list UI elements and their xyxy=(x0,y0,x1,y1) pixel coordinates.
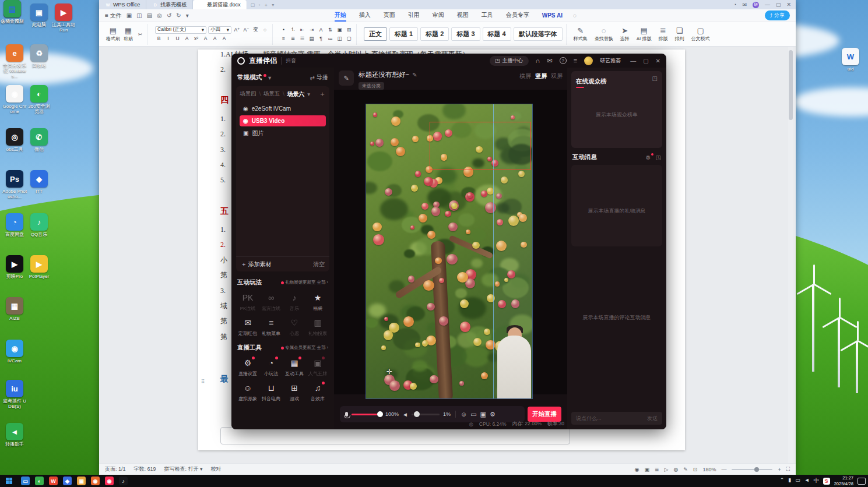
desktop-icon[interactable]: ◉ iVCam xyxy=(2,340,27,364)
send-button[interactable]: 发送 xyxy=(647,415,658,422)
document-tab[interactable]: D 找靠壳模板 xyxy=(146,0,193,9)
font-size-select[interactable]: 小四▾ xyxy=(208,26,231,34)
play-all-link[interactable]: 全部 › xyxy=(317,280,328,285)
paragraph-button[interactable]: • xyxy=(280,26,287,34)
tray-icon[interactable]: ▭ xyxy=(795,477,800,485)
play-item[interactable]: ♡ 心愿 xyxy=(283,317,306,337)
style-preset[interactable]: 标题 3 xyxy=(451,27,480,41)
speaker-icon[interactable]: ◄ xyxy=(402,411,408,418)
minimize-button[interactable]: — xyxy=(765,2,770,8)
play-item[interactable]: ≡ 礼物菜单 xyxy=(259,317,283,337)
quick-tool-icon[interactable]: ▤ xyxy=(147,12,152,19)
font-format-button[interactable]: A xyxy=(211,35,219,43)
view-mode-option[interactable]: 竖屏 xyxy=(535,72,547,80)
play-item[interactable]: PK PK连线 xyxy=(236,292,259,312)
font-tool-button[interactable]: A⁺ xyxy=(233,26,241,34)
play-item[interactable]: ★ 福袋 xyxy=(306,292,329,312)
view-mode-icon[interactable]: ≣ xyxy=(655,467,659,472)
source-item[interactable]: ▣ 图片 xyxy=(240,128,326,139)
desktop-icon[interactable]: ♻ 回收站 xyxy=(27,44,51,68)
desktop-icon[interactable]: ▣ 此电脑 xyxy=(27,3,51,27)
preview-canvas[interactable]: ✛ xyxy=(334,90,567,394)
scene-tab[interactable]: 场景五 xyxy=(263,90,287,98)
share-button[interactable]: ⤴ 分享 xyxy=(765,10,790,20)
tool-item[interactable]: ☺ 虚拟形象 xyxy=(236,382,259,402)
alignment-button[interactable]: ▢ xyxy=(345,35,353,43)
source-item[interactable]: ◉ USB3 Video xyxy=(240,115,326,126)
crop-rectangle[interactable] xyxy=(430,122,531,170)
scene-tab[interactable]: 场景四 xyxy=(240,90,263,98)
word-count[interactable]: 字数: 619 xyxy=(134,465,156,473)
anchor-center-button[interactable]: ◳主播中心 xyxy=(490,56,529,66)
notification-center-icon[interactable] xyxy=(858,478,866,485)
font-format-button[interactable]: B xyxy=(155,35,163,43)
style-preset[interactable]: 标题 2 xyxy=(420,27,449,41)
chat-input[interactable]: 说点什么... 发送 xyxy=(571,412,662,425)
font-format-button[interactable]: I xyxy=(164,35,172,43)
tool-item[interactable]: ⊞ 游戏 xyxy=(283,382,306,402)
document-scrollbar[interactable] xyxy=(788,47,793,463)
tab-extra-icon[interactable]: ＋ xyxy=(263,2,268,8)
alignment-button[interactable]: ◫ xyxy=(336,35,343,43)
font-format-button[interactable]: U xyxy=(174,35,181,43)
stream-title[interactable]: 标题还没有想好~ xyxy=(359,70,409,79)
category-tag[interactable]: 未选分类 xyxy=(359,82,384,90)
style-preset[interactable]: 正文 xyxy=(364,27,387,41)
play-item[interactable]: ♪ 音乐 xyxy=(283,292,306,312)
font-tool-button[interactable]: A⁻ xyxy=(243,26,250,34)
speaker-volume-slider[interactable] xyxy=(412,414,440,415)
paragraph-button[interactable]: ⇅ xyxy=(326,26,334,34)
alignment-button[interactable]: ¶ xyxy=(317,35,325,43)
document-tab[interactable]: W 最新搭建.docx xyxy=(193,0,247,9)
edit-panel-button[interactable]: ✎ xyxy=(339,70,354,86)
alignment-button[interactable]: ≔ xyxy=(326,35,334,43)
clear-button[interactable]: 清空 xyxy=(313,260,325,269)
help-icon[interactable]: ? xyxy=(560,57,567,64)
clock[interactable]: 21:27 2025/4/28 xyxy=(834,475,853,486)
ribbon-tab[interactable]: 页面 xyxy=(384,10,395,22)
quick-tool-icon[interactable]: ▣ xyxy=(126,12,132,19)
style-preset[interactable]: 默认段落字体 xyxy=(514,27,563,41)
add-scene-button[interactable]: ＋ xyxy=(319,89,326,99)
zoom-level[interactable]: 180% xyxy=(702,467,716,472)
proofread-button[interactable]: 校对 xyxy=(211,465,222,473)
play-item[interactable]: ✉ 定期红包 xyxy=(236,317,259,337)
view-mode-icon[interactable]: ▷ xyxy=(665,467,669,472)
paragraph-button[interactable]: ⇥ xyxy=(308,26,315,34)
camera-preview[interactable]: ✛ xyxy=(366,104,532,398)
format-painter-button[interactable]: ▤格式刷 xyxy=(106,26,120,42)
ribbon-tab[interactable]: 引用 xyxy=(408,10,420,22)
ribbon-tool-button[interactable]: ▢ 公文模式 xyxy=(691,26,710,42)
play-item[interactable]: ▥ 礼物投票 xyxy=(306,317,329,337)
tool-item[interactable]: ⊔ 抖音电商 xyxy=(259,382,283,402)
ribbon-tab[interactable]: 工具 xyxy=(482,10,493,22)
tray-icon[interactable]: ◄ xyxy=(804,477,810,485)
quick-tool-icon[interactable]: ▾ xyxy=(186,12,189,19)
font-format-button[interactable]: A xyxy=(183,35,191,43)
desktop-icon[interactable]: ▦ AIZB xyxy=(2,297,27,321)
ribbon-tab[interactable]: 视图 xyxy=(457,10,469,22)
ribbon-tool-button[interactable]: ➤ 选择 xyxy=(620,26,630,42)
view-mode-icon[interactable]: ◉ xyxy=(635,467,639,472)
ribbon-tool-button[interactable]: ≣ 排版 xyxy=(659,26,668,42)
tool-item[interactable]: ◔ 小玩法 xyxy=(259,357,283,377)
feedback-icon[interactable]: ✉ xyxy=(547,57,553,65)
paragraph-button[interactable]: A xyxy=(317,26,325,34)
desktop-icon[interactable]: iu 监考插件 UDB(S) xyxy=(2,380,27,409)
ribbon-tool-button[interactable]: ❏ 排列 xyxy=(675,26,684,42)
beauty-icon[interactable]: ☺ xyxy=(461,411,467,418)
ribbon-tool-button[interactable]: ✎ 样式集 xyxy=(574,26,588,42)
desktop-icon[interactable]: ◄ 转播助手 xyxy=(2,423,27,447)
ribbon-tool-button[interactable]: ▤ AI 排版 xyxy=(637,26,652,42)
view-mode-option[interactable]: 双屏 xyxy=(551,72,563,80)
taskbar-app-icon[interactable]: ◐ xyxy=(35,477,44,485)
message-icon[interactable]: ✉ xyxy=(742,2,747,8)
view-mode-icon[interactable]: ⊡ xyxy=(693,467,698,472)
ribbon-tool-button[interactable]: ◌ 查找替换 xyxy=(595,26,613,42)
desktop-icon[interactable]: ▶ 江某工具箱 Run xyxy=(51,3,76,33)
paragraph-button[interactable]: ⇤ xyxy=(298,26,306,34)
app-title-bar[interactable]: 直播伴侣 抖音 ◳主播中心 ∩ ✉ ? ≡ 研艺雅荟 — ▢ ✕ xyxy=(231,54,666,68)
tray-icon[interactable]: ▮ xyxy=(788,477,791,485)
quick-tool-icon[interactable]: ◫ xyxy=(136,12,142,19)
view-mode-icon[interactable]: ◍ xyxy=(673,467,678,472)
